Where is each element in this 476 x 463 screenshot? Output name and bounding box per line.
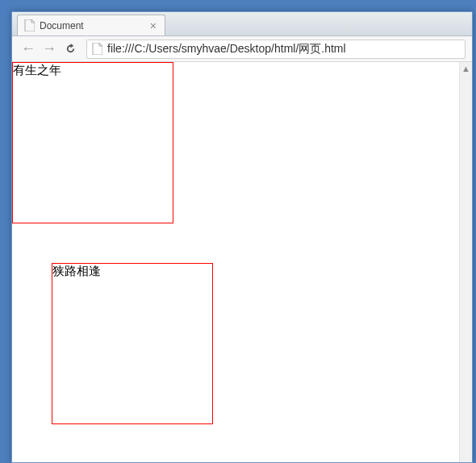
page-content: 有生之年 狭路相逢	[12, 62, 472, 462]
url-text: file:///C:/Users/smyhvae/Desktop/html/网页…	[107, 42, 346, 56]
file-icon	[24, 19, 35, 31]
box-1-text: 有生之年	[13, 64, 61, 77]
file-icon	[92, 43, 102, 55]
tab-content: Document	[24, 19, 84, 31]
box-2: 狭路相逢	[52, 263, 213, 424]
address-bar[interactable]: file:///C:/Users/smyhvae/Desktop/html/网页…	[86, 40, 466, 59]
browser-window: Document × ← → file:///C:/Users/smyhvae/…	[11, 11, 473, 463]
box-2-text: 狭路相逢	[52, 265, 101, 277]
box-1: 有生之年	[12, 62, 173, 223]
tab-strip: Document ×	[12, 12, 472, 36]
forward-button[interactable]: →	[40, 40, 59, 59]
tab-title: Document	[40, 20, 84, 31]
toolbar: ← → file:///C:/Users/smyhvae/Desktop/htm…	[12, 36, 472, 62]
scroll-up-icon[interactable]: ▲	[460, 62, 472, 75]
browser-tab[interactable]: Document ×	[17, 15, 165, 35]
reload-button[interactable]	[61, 40, 80, 59]
close-icon[interactable]: ×	[148, 20, 158, 31]
vertical-scrollbar[interactable]: ▲	[459, 62, 472, 462]
back-button[interactable]: ←	[19, 40, 38, 59]
